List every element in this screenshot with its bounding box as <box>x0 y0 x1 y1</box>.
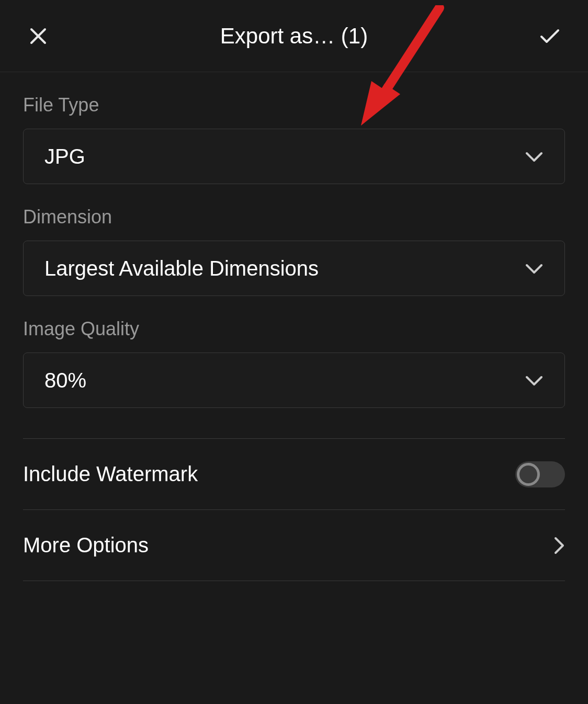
close-icon <box>29 27 48 46</box>
chevron-down-icon <box>525 262 544 275</box>
page-title: Export as… (1) <box>220 24 368 49</box>
file-type-dropdown[interactable]: JPG <box>23 129 565 184</box>
close-button[interactable] <box>25 23 51 49</box>
image-quality-label: Image Quality <box>23 318 565 340</box>
file-type-group: File Type JPG <box>23 94 565 184</box>
more-options-row[interactable]: More Options <box>23 510 565 581</box>
watermark-row: Include Watermark <box>23 439 565 510</box>
dimension-group: Dimension Largest Available Dimensions <box>23 206 565 296</box>
dimension-dropdown[interactable]: Largest Available Dimensions <box>23 241 565 296</box>
more-options-label: More Options <box>23 533 149 557</box>
checkmark-icon <box>538 25 561 48</box>
header-bar: Export as… (1) <box>0 0 588 72</box>
options-section: Include Watermark More Options <box>23 438 565 581</box>
dimension-value: Largest Available Dimensions <box>44 257 319 280</box>
image-quality-dropdown[interactable]: 80% <box>23 353 565 408</box>
chevron-down-icon <box>525 374 544 387</box>
watermark-toggle[interactable] <box>515 461 565 487</box>
image-quality-value: 80% <box>44 369 86 392</box>
confirm-button[interactable] <box>537 23 563 49</box>
dimension-label: Dimension <box>23 206 565 228</box>
watermark-label: Include Watermark <box>23 462 198 486</box>
content-area: File Type JPG Dimension Largest Availabl… <box>0 94 588 581</box>
chevron-right-icon <box>552 536 565 555</box>
chevron-down-icon <box>525 150 544 163</box>
image-quality-group: Image Quality 80% <box>23 318 565 408</box>
file-type-label: File Type <box>23 94 565 116</box>
file-type-value: JPG <box>44 145 85 168</box>
toggle-knob <box>517 463 540 486</box>
